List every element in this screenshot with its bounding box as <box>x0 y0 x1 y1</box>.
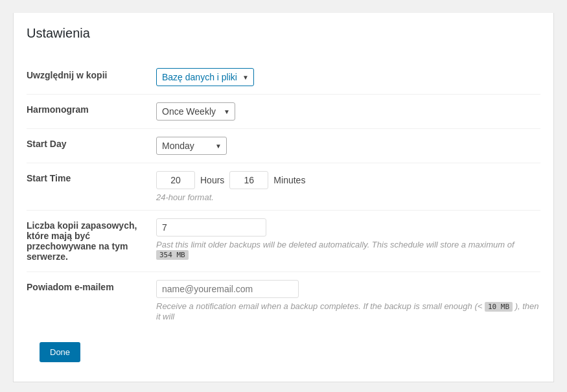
backup-count-description: Past this limit older backups will be de… <box>156 240 540 260</box>
hours-input[interactable] <box>156 171 195 189</box>
minutes-label: Minutes <box>273 175 305 185</box>
start-time-label: Start Time <box>27 163 156 211</box>
start-day-label: Start Day <box>27 129 156 163</box>
backup-count-row: Liczba kopii zapasowych, które mają być … <box>27 211 540 272</box>
include-label: Uwzględnij w kopii <box>27 60 156 95</box>
start-day-field-cell: Monday Tuesday Wednesday Thursday Friday… <box>156 129 540 163</box>
start-time-field-cell: Hours Minutes 24-hour format. <box>156 163 540 211</box>
minutes-input[interactable] <box>229 171 268 189</box>
start-day-row: Start Day Monday Tuesday Wednesday Thurs… <box>27 129 540 163</box>
backup-size-badge: 354 MB <box>156 250 189 260</box>
start-day-select[interactable]: Monday Tuesday Wednesday Thursday Friday… <box>156 137 227 155</box>
time-format-hint: 24-hour format. <box>156 192 540 202</box>
time-row: Hours Minutes <box>156 171 540 189</box>
backup-count-field-cell: Past this limit older backups will be de… <box>156 211 540 272</box>
start-day-select-wrapper: Monday Tuesday Wednesday Thursday Friday… <box>156 137 227 155</box>
include-select-wrapper: Bazę danych i pliki Tylko bazę danych Ty… <box>156 68 254 86</box>
settings-panel: Ustawienia Uwzględnij w kopii Bazę danyc… <box>13 13 554 382</box>
email-row: Powiadom e-mailem Receive a notification… <box>27 272 540 330</box>
include-row: Uwzględnij w kopii Bazę danych i pliki T… <box>27 60 540 95</box>
page-title: Ustawienia <box>27 26 540 47</box>
include-field-cell: Bazę danych i pliki Tylko bazę danych Ty… <box>156 60 540 95</box>
schedule-field-cell: Once Weekly Once Daily Twice Daily Once … <box>156 95 540 129</box>
done-button[interactable]: Done <box>40 342 80 362</box>
backup-count-input[interactable] <box>156 218 266 236</box>
schedule-label: Harmonogram <box>27 95 156 129</box>
include-select[interactable]: Bazę danych i pliki Tylko bazę danych Ty… <box>156 68 254 86</box>
start-time-row: Start Time Hours Minutes 24-hour format. <box>27 163 540 211</box>
email-field-cell: Receive a notification email when a back… <box>156 272 540 330</box>
page-container: Ustawienia Uwzględnij w kopii Bazę danyc… <box>0 0 567 392</box>
email-input[interactable] <box>156 280 299 298</box>
email-label: Powiadom e-mailem <box>27 272 156 330</box>
form-table: Uwzględnij w kopii Bazę danych i pliki T… <box>27 60 540 329</box>
email-size-badge: 10 MB <box>485 302 513 312</box>
backup-count-label: Liczba kopii zapasowych, które mają być … <box>27 211 156 272</box>
email-description: Receive a notification email when a back… <box>156 301 540 321</box>
schedule-select-wrapper: Once Weekly Once Daily Twice Daily Once … <box>156 102 235 121</box>
hours-label: Hours <box>200 175 224 185</box>
schedule-select[interactable]: Once Weekly Once Daily Twice Daily Once … <box>156 102 235 121</box>
schedule-row: Harmonogram Once Weekly Once Daily Twice… <box>27 95 540 129</box>
